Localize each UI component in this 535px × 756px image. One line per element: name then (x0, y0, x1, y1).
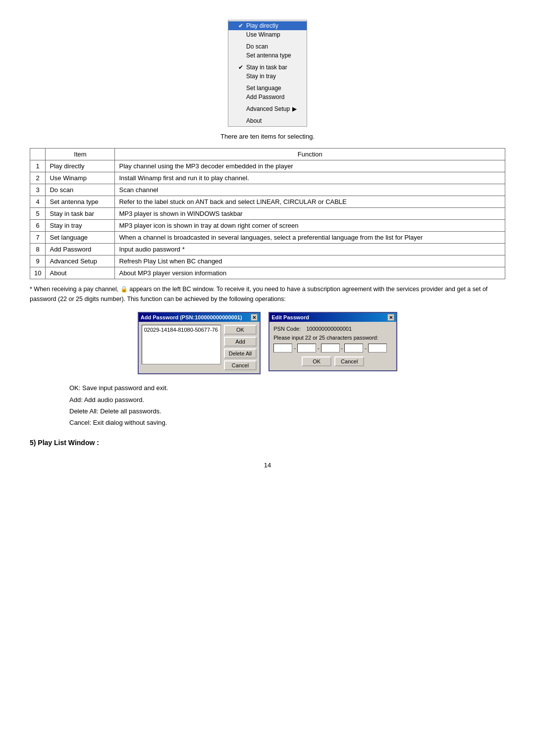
col-header-item: Item (46, 149, 115, 160)
lock-icon: 🔒 (120, 286, 128, 293)
desc-add: Add: Add audio password. (69, 394, 505, 405)
psn-value: 100000000000001 (306, 326, 352, 332)
context-menu: ✔ Play directly Use Winamp Do scan Set a… (228, 20, 307, 127)
menu-item-use-winamp-label: Use Winamp (246, 31, 280, 38)
edit-password-close-button[interactable]: ✕ (387, 314, 394, 321)
table-cell-function: Input audio password * (115, 244, 505, 255)
menu-item-set-antenna-type[interactable]: Set antenna type (228, 51, 307, 60)
menu-item-add-password[interactable]: Add Password (228, 93, 307, 101)
edit-cancel-button[interactable]: Cancel (334, 356, 364, 366)
col-header-num (30, 149, 46, 160)
password-field-4[interactable] (344, 344, 363, 353)
menu-item-play-directly-label: Play directly (246, 22, 278, 29)
password-list-item: 02029-14184-81080-50677-76 (143, 326, 219, 333)
table-cell-item: Set antenna type (46, 196, 115, 208)
table-cell-num: 2 (30, 172, 46, 184)
menu-item-stay-taskbar-label: Stay in task bar (246, 64, 287, 71)
password-field-3[interactable] (321, 344, 340, 353)
edit-password-dialog: Edit Password ✕ PSN Code: 10000000000000… (268, 312, 397, 371)
table-cell-item: Play directly (46, 160, 115, 172)
items-table: Item Function 1Play directlyPlay channel… (30, 148, 505, 279)
desc-delete-all: Delete All: Delete all passwords. (69, 405, 505, 417)
psn-code-row: PSN Code: 100000000000001 (273, 326, 392, 332)
separator-dash-1: - (294, 345, 296, 351)
table-cell-function: Install Winamp first and run it to play … (115, 172, 505, 184)
description-list: OK: Save input password and exit. Add: A… (69, 382, 505, 429)
separator-dash-2: - (318, 345, 320, 351)
desc-ok: OK: Save input password and exit. (69, 382, 505, 394)
add-password-close-button[interactable]: ✕ (251, 314, 258, 321)
table-cell-function: Scan channel (115, 184, 505, 196)
add-password-add-button[interactable]: Add (224, 337, 257, 347)
menu-item-play-directly[interactable]: ✔ Play directly (228, 21, 307, 30)
edit-ok-button[interactable]: OK (302, 356, 331, 366)
menu-item-stay-tray[interactable]: Stay in tray (228, 72, 307, 81)
add-password-body: 02029-14184-81080-50677-76 OK Add Delete… (139, 322, 260, 373)
add-password-dialog: Add Password (PSN:100000000000001) ✕ 020… (138, 312, 261, 374)
dialogs-area: Add Password (PSN:100000000000001) ✕ 020… (30, 312, 505, 374)
table-cell-item: Stay in task bar (46, 208, 115, 220)
separator-dash-3: - (341, 345, 343, 351)
psn-label: PSN Code: (273, 326, 303, 332)
table-cell-num: 4 (30, 196, 46, 208)
table-cell-item: Do scan (46, 184, 115, 196)
table-cell-function: Refresh Play List when BC changed (115, 255, 505, 267)
context-menu-wrapper: ✔ Play directly Use Winamp Do scan Set a… (30, 20, 505, 127)
table-row: 6Stay in trayMP3 player icon is shown in… (30, 220, 505, 232)
edit-password-body: PSN Code: 100000000000001 Please input 2… (269, 322, 396, 370)
menu-item-do-scan[interactable]: Do scan (228, 42, 307, 51)
table-row: 8Add PasswordInput audio password * (30, 244, 505, 255)
table-cell-num: 7 (30, 232, 46, 244)
desc-cancel: Cancel: Exit dialog without saving. (69, 417, 505, 428)
table-cell-num: 5 (30, 208, 46, 220)
table-row: 3Do scanScan channel (30, 184, 505, 196)
add-password-delete-all-button[interactable]: Delete All (224, 349, 257, 358)
menu-item-set-antenna-label: Set antenna type (246, 52, 291, 59)
menu-item-set-language[interactable]: Set language (228, 84, 307, 93)
menu-item-add-password-label: Add Password (246, 94, 284, 101)
separator-dash-4: - (365, 345, 367, 351)
table-cell-num: 3 (30, 184, 46, 196)
table-cell-num: 9 (30, 255, 46, 267)
table-cell-item: Set language (46, 232, 115, 244)
table-cell-num: 10 (30, 267, 46, 279)
edit-password-titlebar: Edit Password ✕ (269, 313, 396, 322)
submenu-arrow-icon: ▶ (292, 105, 297, 112)
table-row: 9Advanced SetupRefresh Play List when BC… (30, 255, 505, 267)
check-mark-play-directly: ✔ (238, 22, 244, 29)
add-password-ok-button[interactable]: OK (224, 325, 257, 335)
table-cell-num: 6 (30, 220, 46, 232)
password-field-1[interactable] (273, 344, 292, 353)
menu-item-about-label: About (246, 117, 262, 124)
table-cell-item: Use Winamp (46, 172, 115, 184)
table-cell-item: Stay in tray (46, 220, 115, 232)
table-row: 5Stay in task barMP3 player is shown in … (30, 208, 505, 220)
table-cell-function: About MP3 player version information (115, 267, 505, 279)
password-field-2[interactable] (297, 344, 316, 353)
table-row: 1Play directlyPlay channel using the MP3… (30, 160, 505, 172)
page-number: 14 (30, 461, 505, 469)
table-cell-function: Play channel using the MP3 decoder embed… (115, 160, 505, 172)
password-field-5[interactable] (368, 344, 387, 353)
menu-item-advanced-setup[interactable]: Advanced Setup ▶ (228, 104, 307, 113)
table-row: 4Set antenna typeRefer to the label stuc… (30, 196, 505, 208)
menu-item-use-winamp[interactable]: Use Winamp (228, 30, 307, 39)
table-row: 7Set languageWhen a channel is broadcast… (30, 232, 505, 244)
table-row: 10AboutAbout MP3 player version informat… (30, 267, 505, 279)
edit-password-title: Edit Password (271, 314, 309, 320)
password-listbox[interactable]: 02029-14184-81080-50677-76 (142, 325, 221, 364)
add-password-title: Add Password (PSN:100000000000001) (141, 314, 242, 320)
password-input-row: - - - - (273, 344, 392, 353)
table-cell-num: 8 (30, 244, 46, 255)
table-cell-function: MP3 player icon is shown in tray at down… (115, 220, 505, 232)
menu-item-do-scan-label: Do scan (246, 43, 268, 50)
caption-text: There are ten items for selecting. (30, 133, 505, 140)
menu-item-stay-taskbar[interactable]: ✔ Stay in task bar (228, 63, 307, 72)
password-instruction: Please input 22 or 25 characters passwor… (273, 335, 392, 341)
table-cell-function: MP3 player is shown in WINDOWS taskbar (115, 208, 505, 220)
table-cell-item: Add Password (46, 244, 115, 255)
col-header-function: Function (115, 149, 505, 160)
add-password-cancel-button[interactable]: Cancel (224, 360, 257, 370)
menu-item-about[interactable]: About (228, 116, 307, 125)
edit-buttons-row: OK Cancel (273, 356, 392, 366)
